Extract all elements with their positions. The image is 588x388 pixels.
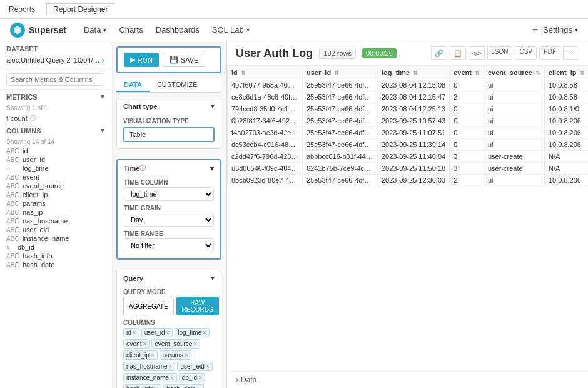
info-icon[interactable]: ⓘ [30, 114, 36, 123]
time-grain-select[interactable]: Day [124, 213, 214, 227]
nav-sqllab[interactable]: SQL Lab ▾ [212, 25, 250, 34]
right-panel: User Auth Log 132 rows 00:00:26 🔗 📋 </> … [227, 41, 588, 388]
nav-data[interactable]: Data ▾ [84, 25, 106, 34]
col-event[interactable]: ABCevent [0, 173, 111, 181]
col-nas_hostname[interactable]: ABCnas_hostname [0, 217, 111, 225]
clipboard-button[interactable]: 📋 [450, 46, 466, 60]
query-label: Query [123, 275, 143, 282]
th-log_time[interactable]: log_time ⇅ [378, 66, 450, 79]
tag-id-remove[interactable]: × [133, 329, 136, 336]
tag-user_id-remove[interactable]: × [166, 329, 170, 336]
col-instance_name[interactable]: ABCinstance_name [0, 234, 111, 243]
tag-params[interactable]: params × [160, 350, 191, 360]
viz-type-selector[interactable]: Table [123, 127, 215, 142]
cell-6-0: c2dd47f6-796d-4286-b00d-3bfa94f85389 [228, 151, 303, 163]
th-id[interactable]: id ⇅ [228, 66, 303, 79]
tag-nas_hostname[interactable]: nas_hostname × [123, 362, 175, 371]
aggregate-button[interactable]: AGGREGATE [123, 297, 174, 315]
th-client_ip[interactable]: client_ip ⇅ [544, 66, 588, 79]
col-name: event [23, 173, 39, 181]
search-section [0, 69, 111, 90]
col-id[interactable]: ABCid [0, 146, 111, 155]
plus-button[interactable]: + [532, 24, 538, 36]
tag-params-remove[interactable]: × [185, 352, 188, 359]
tag-log_time-remove[interactable]: × [203, 329, 206, 336]
run-button[interactable]: ▶ RUN [124, 53, 159, 67]
tag-hash_date-remove[interactable]: × [197, 385, 201, 388]
tag-user_eid[interactable]: user_eid × [177, 362, 212, 371]
cell-3-1: 25e53f47-ce66-4df2-9abc-6981dc668264 [303, 115, 378, 127]
metrics-header[interactable]: Metrics ▾ [0, 90, 111, 103]
tag-user_id[interactable]: user_id × [141, 328, 173, 337]
code-button[interactable]: </> [469, 46, 485, 60]
cell-0-4: ui [484, 79, 544, 91]
tag-event-remove[interactable]: × [143, 340, 146, 347]
tag-event[interactable]: event × [123, 339, 150, 349]
th-event[interactable]: event ⇅ [450, 66, 484, 79]
columns-label: Columns [6, 127, 41, 135]
report-designer-tab[interactable]: Report Designer [46, 3, 114, 15]
time-range-select[interactable]: No filter [124, 238, 214, 252]
col-user_id[interactable]: ABCuser_id [0, 155, 111, 164]
reports-button[interactable]: Reports [5, 4, 39, 15]
table-row: f4a02703-ac2d-42e2-a3f5-b2958c48af6725e5… [228, 127, 589, 139]
col-db_id[interactable]: #db_id [0, 243, 111, 252]
time-section-header[interactable]: Time ⓘ ▾ [118, 160, 220, 176]
tag-hash_date[interactable]: hash_date × [163, 384, 204, 388]
query-section-header[interactable]: Query ▾ [117, 270, 221, 286]
tag-hash_info[interactable]: hash_info × [123, 384, 161, 388]
search-input[interactable] [6, 73, 104, 86]
time-info-icon[interactable]: ⓘ [139, 164, 146, 173]
nav-charts[interactable]: Charts [119, 25, 143, 34]
col-user_eid[interactable]: ABCuser_eid [0, 225, 111, 234]
cell-1-2: 2023-08-04 12:15:47 [378, 91, 450, 103]
csv-button[interactable]: CSV [515, 46, 537, 60]
tag-nas_hostname-remove[interactable]: × [169, 363, 173, 370]
settings-button[interactable]: Settings ▾ [543, 25, 578, 34]
tag-client_ip-remove[interactable]: × [151, 352, 155, 359]
raw-records-button[interactable]: RAW RECORDS [176, 297, 219, 315]
save-button[interactable]: 💾 SAVE [163, 53, 206, 67]
tag-client_ip[interactable]: client_ip × [123, 350, 158, 360]
tab-customize[interactable]: CUSTOMIZE [150, 78, 205, 92]
tag-log_time[interactable]: log_time × [175, 328, 210, 337]
columns-header[interactable]: Columns ▾ [0, 124, 111, 137]
cell-1-1: 25e53f47-ce66-4df2-9abc-6961dc668264 [303, 91, 378, 103]
metric-count[interactable]: f count ⓘ [0, 113, 111, 124]
cell-0-5: 10.0.8.58 [544, 79, 588, 91]
middle-panel: ▶ RUN 💾 SAVE DATA CUSTOMIZE Chart type ▾… [111, 41, 227, 388]
tag-hash_info-remove[interactable]: × [155, 385, 158, 388]
col-hash_info[interactable]: ABChash_info [0, 252, 111, 260]
time-col-select[interactable]: log_time [124, 187, 214, 201]
tag-event_source[interactable]: event_source × [151, 339, 200, 349]
col-log_time[interactable]: ○log_time [0, 164, 111, 173]
chart-type-header[interactable]: Chart type ▾ [117, 98, 221, 114]
tag-instance_name-remove[interactable]: × [170, 374, 174, 381]
tag-id[interactable]: id × [123, 328, 139, 337]
nav-dashboards[interactable]: Dashboards [156, 25, 200, 34]
col-hash_date[interactable]: ABChash_date [0, 260, 111, 269]
viz-type-label: VISUALIZATION TYPE [123, 118, 215, 125]
json-button[interactable]: JSON [487, 46, 513, 60]
time-col-label: TIME COLUMN [124, 179, 214, 186]
tag-db_id-remove[interactable]: × [198, 374, 202, 381]
link-button[interactable]: 🔗 [431, 46, 447, 60]
th-event_source[interactable]: event_source ⇅ [484, 66, 544, 79]
pdf-button[interactable]: PDF [539, 46, 560, 60]
data-table-wrapper[interactable]: id ⇅ user_id ⇅ log_time ⇅ event ⇅ event_… [227, 66, 588, 371]
more-button[interactable]: ⋯ [563, 46, 579, 60]
col-name: event_source [23, 182, 64, 190]
th-user_id[interactable]: user_id ⇅ [303, 66, 378, 79]
tag-user_eid-remove[interactable]: × [206, 363, 210, 370]
col-params[interactable]: ABCparams [0, 199, 111, 208]
table-row: u3d00546-f09c-4848-8e09-c9b0253656716241… [228, 163, 589, 175]
dataset-arrow-icon[interactable]: › [101, 55, 104, 65]
col-client_ip[interactable]: ABCclient_ip [0, 190, 111, 199]
col-nas_ip[interactable]: ABCnas_ip [0, 208, 111, 217]
tag-instance_name[interactable]: instance_name × [123, 373, 177, 382]
data-footer[interactable]: › Data [227, 371, 588, 388]
tag-event_source-remove[interactable]: × [193, 340, 197, 347]
tab-data[interactable]: DATA [116, 78, 150, 92]
col-event_source[interactable]: ABCevent_source [0, 181, 111, 190]
tag-db_id[interactable]: db_id × [179, 373, 205, 382]
